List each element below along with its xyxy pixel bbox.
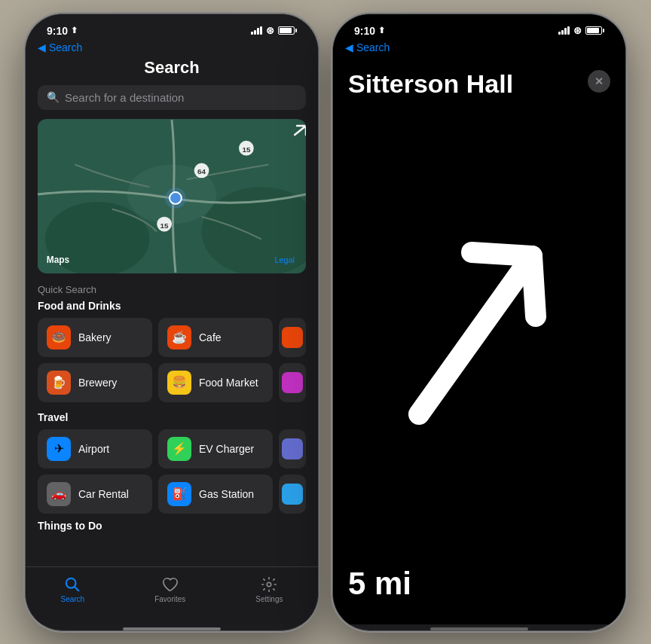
back-label-1[interactable]: ◀ Search [38, 41, 82, 53]
gas-station-icon: ⛽ [167, 482, 191, 506]
bakery-label: Bakery [78, 331, 112, 343]
settings-tab-icon [261, 576, 277, 593]
detail-title: Sitterson Hall [348, 70, 588, 98]
car-rental-label: Car Rental [78, 488, 129, 500]
signal-icon-2 [558, 26, 570, 35]
status-bar-1: 9:10 ⬆ ⊛ [26, 14, 318, 40]
tab-settings-label: Settings [255, 595, 283, 603]
status-icons-2: ⊛ [558, 25, 604, 36]
signal-icon-1 [251, 26, 262, 35]
direction-arrow-svg [396, 233, 562, 429]
phone-detail: 9:10 ⬆ ⊛ ◀ Search Sitterson Hal [332, 14, 626, 631]
car-rental-cell[interactable]: 🚗 Car Rental [38, 475, 152, 514]
food-market-cell[interactable]: 🍔 Food Market [158, 363, 273, 402]
airport-cell[interactable]: ✈ Airport [38, 429, 152, 469]
cafe-cell[interactable]: ☕ Cafe [158, 318, 273, 357]
wifi-icon-1: ⊛ [266, 25, 274, 36]
travel-more-2 [279, 475, 306, 514]
home-indicator-2 [430, 627, 528, 630]
brewery-icon: 🍺 [47, 371, 71, 395]
search-magnify-icon: 🔍 [47, 91, 60, 103]
svg-point-16 [267, 582, 272, 587]
location-arrow-1: ⬆ [71, 26, 78, 35]
food-row-1: 🍩 Bakery ☕ Cafe [38, 318, 306, 357]
back-nav-2[interactable]: ◀ Search [333, 40, 625, 58]
status-bar-2: 9:10 ⬆ ⊛ [333, 14, 625, 40]
svg-text:64: 64 [197, 167, 206, 175]
bakery-icon: 🍩 [47, 325, 71, 349]
home-indicator-1 [123, 627, 221, 630]
food-market-label: Food Market [199, 377, 258, 389]
phone-search: 9:10 ⬆ ⊛ ◀ Search Search � [25, 14, 319, 631]
status-time-1: 9:10 ⬆ [47, 25, 78, 37]
battery-icon-1 [278, 26, 297, 35]
bakery-cell[interactable]: 🍩 Bakery [38, 318, 152, 357]
back-nav-1[interactable]: ◀ Search [26, 40, 318, 58]
tab-search[interactable]: Search [49, 573, 97, 606]
svg-line-19 [532, 256, 536, 316]
travel-more-1 [279, 429, 306, 469]
search-input-bar[interactable]: 🔍 Search for a destination [38, 85, 306, 110]
page-title-1: Search [38, 58, 306, 78]
ev-charger-cell[interactable]: ⚡ EV Charger [158, 429, 273, 469]
gas-station-label: Gas Station [199, 488, 254, 500]
tab-favorites[interactable]: Favorites [142, 573, 197, 606]
svg-line-15 [75, 587, 79, 591]
car-rental-icon: 🚗 [47, 482, 71, 506]
food-market-icon: 🍔 [167, 371, 191, 395]
svg-text:Legal: Legal [274, 255, 295, 264]
food-more-2 [279, 363, 306, 402]
svg-text:15: 15 [160, 221, 169, 229]
location-arrow-2: ⬆ [378, 26, 385, 35]
travel-row-1: ✈ Airport ⚡ EV Charger [38, 429, 306, 469]
cafe-label: Cafe [199, 331, 222, 343]
food-row-2: 🍺 Brewery 🍔 Food Market [38, 363, 306, 402]
things-to-do-title: Things to Do [38, 520, 306, 532]
map-preview[interactable]: 15 15 64 Maps Legal [38, 119, 306, 273]
cafe-icon: ☕ [167, 325, 191, 349]
map-svg: 15 15 64 Maps Legal [38, 119, 306, 273]
svg-text:15: 15 [242, 145, 250, 153]
category-travel-title: Travel [38, 411, 306, 423]
search-placeholder: Search for a destination [65, 91, 184, 104]
quick-search-label: Quick Search [38, 284, 306, 295]
close-button[interactable]: ✕ [588, 70, 610, 93]
brewery-label: Brewery [78, 377, 117, 389]
airport-icon: ✈ [47, 437, 71, 461]
gas-station-cell[interactable]: ⛽ Gas Station [158, 475, 273, 514]
direction-arrow-area [348, 98, 610, 566]
status-time-2: 9:10 ⬆ [354, 25, 385, 37]
tab-settings[interactable]: Settings [243, 573, 295, 606]
time-label-1: 9:10 [47, 25, 68, 37]
svg-point-11 [170, 192, 182, 204]
svg-line-17 [419, 256, 532, 414]
travel-row-2: 🚗 Car Rental ⛽ Gas Station [38, 475, 306, 514]
category-food-title: Food and Drinks [38, 300, 306, 312]
status-icons-1: ⊛ [251, 25, 297, 36]
airport-label: Airport [78, 443, 109, 455]
ev-charger-icon: ⚡ [167, 437, 191, 461]
search-tab-icon [64, 576, 81, 593]
detail-distance: 5 mi [348, 566, 610, 609]
ev-charger-label: EV Charger [199, 443, 254, 455]
search-content: Search 🔍 Search for a destination [26, 58, 318, 566]
battery-icon-2 [585, 26, 604, 35]
tab-favorites-label: Favorites [154, 595, 185, 603]
close-icon: ✕ [594, 75, 604, 87]
food-more-1 [279, 318, 306, 357]
detail-content: Sitterson Hall ✕ 5 mi [333, 58, 625, 624]
tab-bar-1: Search Favorites Settings [26, 566, 318, 624]
back-label-2[interactable]: ◀ Search [345, 41, 390, 53]
wifi-icon-2: ⊛ [573, 25, 582, 36]
tab-search-label: Search [61, 595, 85, 603]
svg-text:Maps: Maps [47, 255, 70, 265]
favorites-tab-icon [162, 576, 179, 593]
time-label-2: 9:10 [354, 25, 375, 37]
brewery-cell[interactable]: 🍺 Brewery [38, 363, 152, 402]
detail-header: Sitterson Hall ✕ [348, 70, 610, 98]
